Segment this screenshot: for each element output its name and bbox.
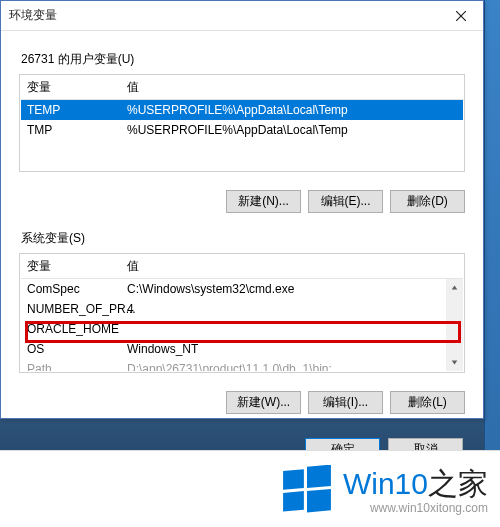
user-vars-buttons: 新建(N)... 编辑(E)... 删除(D)	[19, 180, 465, 225]
svg-marker-2	[452, 285, 458, 289]
sys-vars-group: 变量 值 ComSpec C:\Windows\system32\cmd.exe…	[19, 253, 465, 373]
cell-name: NUMBER_OF_PR...	[21, 299, 121, 319]
titlebar: 环境变量	[1, 1, 483, 31]
col-name[interactable]: 变量	[21, 76, 121, 99]
sys-new-button[interactable]: 新建(W)...	[226, 391, 301, 414]
windows-logo-icon	[281, 465, 333, 517]
cell-value: 4	[121, 299, 463, 319]
user-delete-button[interactable]: 删除(D)	[390, 190, 465, 213]
sys-vars-header: 变量 值	[21, 255, 463, 279]
close-button[interactable]	[438, 1, 483, 31]
cell-value: Windows_NT	[121, 339, 463, 359]
sys-var-row[interactable]: ComSpec C:\Windows\system32\cmd.exe	[21, 279, 463, 299]
svg-rect-7	[307, 489, 331, 512]
cell-value: %USERPROFILE%\AppData\Local\Temp	[121, 100, 463, 120]
cell-name: ComSpec	[21, 279, 121, 299]
sys-vars-label: 系统变量(S)	[21, 230, 465, 247]
close-icon	[456, 11, 466, 21]
user-vars-list[interactable]: 变量 值 TEMP %USERPROFILE%\AppData\Local\Te…	[21, 76, 463, 170]
sys-var-row[interactable]: NUMBER_OF_PR... 4	[21, 299, 463, 319]
user-edit-button[interactable]: 编辑(E)...	[308, 190, 383, 213]
watermark-banner: Win10之家 www.win10xitong.com	[0, 450, 500, 527]
cell-name: TEMP	[21, 100, 121, 120]
svg-rect-4	[283, 469, 304, 490]
sys-edit-button[interactable]: 编辑(I)...	[308, 391, 383, 414]
brand-blue: Win10	[343, 467, 428, 500]
user-var-row[interactable]: TMP %USERPROFILE%\AppData\Local\Temp	[21, 120, 463, 140]
brand-black: 之家	[428, 467, 488, 500]
sys-var-row[interactable]: OS Windows_NT	[21, 339, 463, 359]
env-vars-dialog: 环境变量 26731 的用户变量(U) 变量 值 TEMP %USERPROFI…	[0, 0, 484, 419]
sys-var-row[interactable]: ORACLE_HOME	[21, 319, 463, 339]
window-title: 环境变量	[9, 7, 57, 24]
cell-value	[121, 319, 463, 339]
brand-text: Win10之家	[343, 467, 488, 500]
col-value[interactable]: 值	[121, 255, 463, 278]
brand-url: www.win10xitong.com	[343, 502, 488, 515]
cell-value: D:\app\26731\product\11.1.0\db_1\bin;	[121, 359, 463, 371]
user-vars-label: 26731 的用户变量(U)	[21, 51, 465, 68]
sys-delete-button[interactable]: 删除(L)	[390, 391, 465, 414]
col-value[interactable]: 值	[121, 76, 463, 99]
right-window-edge	[484, 0, 500, 527]
cell-value: C:\Windows\system32\cmd.exe	[121, 279, 463, 299]
col-name[interactable]: 变量	[21, 255, 121, 278]
scrollbar-vertical[interactable]	[446, 279, 463, 371]
user-new-button[interactable]: 新建(N)...	[226, 190, 301, 213]
cell-name: Path	[21, 359, 121, 371]
svg-rect-6	[283, 491, 304, 512]
sys-vars-list[interactable]: 变量 值 ComSpec C:\Windows\system32\cmd.exe…	[21, 255, 463, 371]
user-vars-header: 变量 值	[21, 76, 463, 100]
sys-vars-buttons: 新建(W)... 编辑(I)... 删除(L)	[19, 381, 465, 426]
cell-name: OS	[21, 339, 121, 359]
scroll-up-icon[interactable]	[446, 279, 463, 296]
scroll-down-icon[interactable]	[446, 354, 463, 371]
sys-var-row[interactable]: Path D:\app\26731\product\11.1.0\db_1\bi…	[21, 359, 463, 371]
cell-name: TMP	[21, 120, 121, 140]
user-var-row[interactable]: TEMP %USERPROFILE%\AppData\Local\Temp	[21, 100, 463, 120]
cell-name: ORACLE_HOME	[21, 319, 121, 339]
user-vars-group: 变量 值 TEMP %USERPROFILE%\AppData\Local\Te…	[19, 74, 465, 172]
svg-rect-5	[307, 465, 331, 488]
cell-value: %USERPROFILE%\AppData\Local\Temp	[121, 120, 463, 140]
svg-marker-3	[452, 360, 458, 364]
